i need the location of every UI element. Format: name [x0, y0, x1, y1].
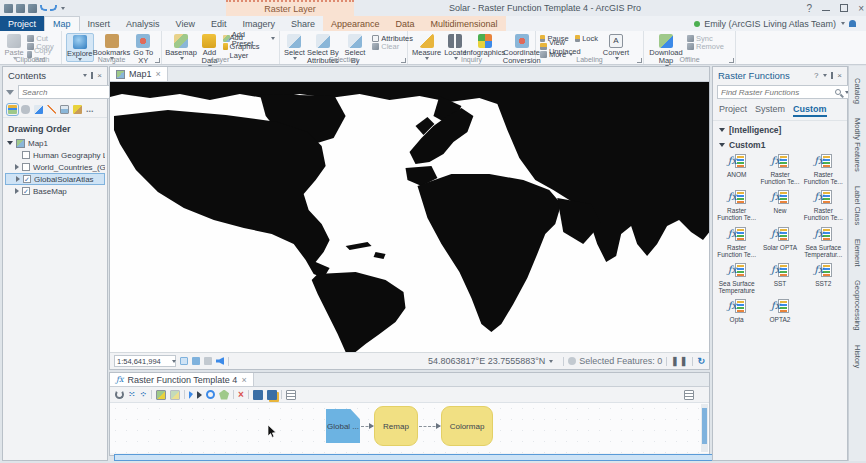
expand-icon[interactable] [15, 164, 19, 170]
tab-rf-system[interactable]: System [755, 104, 785, 117]
navigate-dialog-launcher[interactable] [155, 58, 160, 63]
pause-drawing-icon[interactable]: ❚❚ [671, 356, 688, 366]
undo-icon[interactable] [40, 5, 47, 11]
map1-view-tab[interactable]: Map1 × [110, 67, 168, 81]
tab-rf-custom[interactable]: Custom [793, 104, 827, 117]
close-template-tab-icon[interactable]: × [241, 375, 246, 385]
layer-row-globalsolaratlas[interactable]: ✓ GlobalSolarAtlas [5, 173, 105, 185]
minimize-button[interactable] [822, 10, 830, 11]
sound-icon[interactable] [216, 357, 224, 365]
redo-icon[interactable] [50, 5, 57, 11]
selection-dialog-launcher[interactable] [401, 58, 406, 63]
panel-menu-caret-icon[interactable] [83, 74, 87, 77]
zoom-to-fit-icon[interactable]: ⁙ [128, 390, 136, 400]
dock-tab-modify-features[interactable]: Modify Features [853, 118, 862, 172]
labeling-dialog-launcher[interactable] [637, 58, 642, 63]
layer-checkbox[interactable]: ✓ [22, 187, 30, 195]
raster-function-item[interactable]: ƒxSST [758, 263, 801, 294]
tab-map[interactable]: Map [44, 16, 80, 31]
dock-tab-label-class[interactable]: Label Class [853, 186, 862, 225]
pin-icon[interactable] [91, 72, 93, 79]
coordinates-readout[interactable]: 54.8063817°E 23.7555883°N [428, 356, 553, 366]
tab-appearance[interactable]: Appearance [323, 16, 388, 31]
sync-button[interactable]: Sync [687, 35, 724, 42]
grid-icon[interactable] [204, 357, 212, 365]
layer-row-world-countries[interactable]: World_Countries_(Generalized) [5, 161, 105, 173]
raster-function-item[interactable]: ƒxOPTA2 [758, 299, 801, 323]
polygon-tool-icon[interactable] [219, 390, 229, 400]
expand-icon[interactable] [15, 188, 19, 194]
remove-offline-button[interactable]: Remove [687, 43, 724, 50]
new-project-icon[interactable] [4, 4, 13, 13]
refresh-icon[interactable]: ↻ [697, 356, 705, 366]
user-account[interactable]: Emily (ArcGIS Living Atlas Team) [694, 16, 866, 31]
filter-icon[interactable] [6, 90, 14, 95]
close-panel-icon[interactable]: × [837, 71, 842, 80]
dock-tab-geoprocessing[interactable]: Geoprocessing [853, 280, 862, 330]
save-template-icon[interactable] [253, 390, 263, 400]
selected-features-status[interactable]: Selected Features: 0 [568, 356, 662, 366]
tab-analysis[interactable]: Analysis [118, 16, 168, 31]
layer-checkbox[interactable]: ✓ [23, 175, 31, 183]
tab-rf-project[interactable]: Project [719, 104, 747, 117]
auto-layout-icon[interactable] [115, 390, 124, 399]
view-unplaced-button[interactable]: View Unplaced [540, 43, 598, 50]
pin-icon[interactable] [831, 72, 833, 79]
map-node[interactable]: Map1 [5, 137, 105, 149]
raster-function-item[interactable]: ƒxNew [758, 190, 801, 221]
map-canvas[interactable] [110, 82, 709, 352]
template-canvas[interactable]: Global ... Remap Colormap [110, 403, 709, 453]
list-by-labeling-icon[interactable] [73, 105, 82, 114]
raster-function-item[interactable]: ƒxSolar OPTA [758, 227, 801, 258]
save-as-template-icon[interactable] [267, 390, 277, 400]
panel-help-icon[interactable]: ? [814, 71, 818, 80]
raster-function-item[interactable]: ƒxRaster Function Te... [715, 227, 758, 258]
list-by-snapping-icon[interactable] [60, 105, 69, 114]
dock-tab-history[interactable]: History [853, 345, 862, 368]
tab-multidimensional[interactable]: Multidimensional [423, 16, 506, 31]
remove-raster-icon[interactable] [170, 390, 180, 400]
tab-data[interactable]: Data [388, 16, 423, 31]
maximize-button[interactable] [840, 4, 848, 12]
layer-checkbox[interactable] [22, 151, 30, 159]
raster-function-item[interactable]: ƒxOpta [715, 299, 758, 323]
list-by-selection-icon[interactable] [34, 105, 43, 114]
add-graphics-layer-button[interactable]: Add Graphics Layer [223, 43, 275, 50]
close-panel-icon[interactable]: × [97, 71, 102, 80]
add-raster-icon[interactable] [156, 390, 166, 400]
infographics-button[interactable]: Infographics [470, 33, 500, 57]
clear-button[interactable]: Clear [372, 43, 413, 50]
raster-function-item[interactable]: ƒxRaster Function Te... [802, 190, 845, 221]
raster-function-item[interactable]: ƒxRaster Function Te... [715, 190, 758, 221]
raster-function-item[interactable]: ƒxSea Surface Temperature [715, 263, 758, 294]
selection-tool-icon[interactable] [180, 357, 188, 365]
select-pointer-icon[interactable] [189, 391, 193, 399]
raster-function-item[interactable]: ƒxRaster Function Te... [758, 154, 801, 185]
raster-functions-search-input[interactable] [721, 88, 832, 97]
attributes-button[interactable]: Attributes [372, 35, 413, 42]
node-global-raster[interactable]: Global ... [326, 409, 360, 443]
panel-menu-caret-icon[interactable] [823, 74, 827, 77]
more-view-modes-icon[interactable]: ... [86, 104, 94, 114]
properties-grid-icon[interactable] [286, 390, 296, 400]
template-vscrollbar[interactable] [701, 404, 708, 452]
tab-share[interactable]: Share [283, 16, 323, 31]
offline-dialog-launcher[interactable] [729, 58, 734, 63]
collapse-icon[interactable] [7, 141, 13, 145]
zoom-actual-icon[interactable]: ⁘ [140, 390, 148, 400]
layer-row-human-geography[interactable]: Human Geography Label [5, 149, 105, 161]
raster-function-item[interactable]: ƒxSea Surface Temperatur... [802, 227, 845, 258]
node-remap[interactable]: Remap [374, 406, 418, 446]
dock-tab-element[interactable]: Element [853, 239, 862, 267]
vscroll-thumb[interactable] [702, 408, 707, 444]
save-project-icon[interactable] [28, 4, 37, 13]
layout-options-icon[interactable] [684, 390, 694, 400]
section-intelligence[interactable]: [Intelligence] [713, 121, 847, 136]
raster-function-item[interactable]: ƒxANOM [715, 154, 758, 185]
list-by-drawing-order-icon[interactable] [8, 105, 17, 114]
swap-axes-icon[interactable] [192, 357, 200, 365]
list-by-data-source-icon[interactable] [21, 105, 30, 114]
node-colormap[interactable]: Colormap [441, 406, 493, 446]
scale-dropdown[interactable] [114, 355, 176, 367]
tab-project[interactable]: Project [0, 16, 44, 31]
